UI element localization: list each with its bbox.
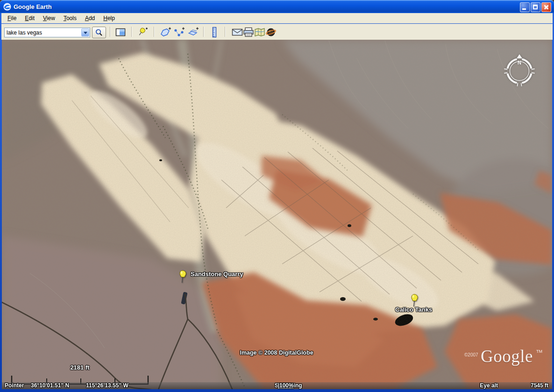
streaming-percent: 100% [279, 382, 294, 389]
placemark-label-sandstone-quarry[interactable]: Sandstone Quarry [191, 271, 243, 278]
maximize-icon [533, 5, 538, 9]
menu-file[interactable]: File [3, 14, 21, 23]
polygon-add-icon [159, 27, 171, 38]
menu-view-rest: iew [47, 15, 55, 21]
menu-edit[interactable]: Edit [21, 14, 39, 23]
imagery-attribution: Image © 2008 DigitalGlobe [206, 349, 347, 356]
tool-bar [1, 24, 553, 40]
google-watermark: ©2007 Google TM [459, 346, 552, 371]
menu-edit-rest: dit [28, 15, 35, 21]
menu-view[interactable]: View [39, 14, 59, 23]
add-image-overlay-button[interactable] [186, 26, 200, 38]
add-path-button[interactable] [172, 26, 186, 38]
menu-help-mnemonic: H [103, 15, 107, 21]
chevron-down-icon[interactable] [81, 29, 89, 36]
ruler-icon [211, 27, 218, 38]
pointer-label: Pointer [5, 382, 24, 389]
menu-tools[interactable]: Tools [59, 14, 81, 23]
compass-north-label: N [518, 60, 521, 65]
placemark-pin-sandstone-quarry[interactable] [178, 270, 187, 284]
add-placemark-button[interactable] [136, 26, 150, 38]
minimize-button[interactable] [520, 2, 530, 12]
streaming-status: Streaming |||||||||| 100% [275, 382, 279, 389]
pointer-latitude: 36°10'01.51" N [31, 382, 69, 389]
maximize-button[interactable] [531, 2, 540, 12]
satellite-imagery[interactable] [2, 40, 552, 389]
window-title: Google Earth [14, 3, 52, 10]
watermark-tm: TM [536, 349, 542, 354]
menu-help-rest: elp [107, 15, 115, 21]
compass-navigation[interactable]: N [502, 53, 537, 89]
google-earth-window: Google Earth File Edit View Tools Add He… [0, 0, 554, 392]
path-add-icon [173, 27, 185, 38]
map-viewport[interactable]: N Sandstone Quarry Calico Tanks 2181 ft [2, 40, 552, 389]
search-button[interactable] [92, 27, 106, 38]
title-bar[interactable]: Google Earth [0, 0, 554, 13]
toolbar-separator [131, 27, 132, 37]
search-input[interactable] [5, 29, 81, 36]
menu-bar: File Edit View Tools Add Help [1, 13, 553, 23]
watermark-copyright: ©2007 [464, 352, 478, 357]
menu-file-rest: ile [11, 15, 16, 21]
north-arrow-icon[interactable] [517, 54, 522, 58]
google-earth-icon [3, 3, 11, 11]
eye-alt-value: 7545 ft [531, 382, 548, 389]
google-logo: Google [481, 346, 533, 366]
switch-to-sky-button[interactable] [264, 26, 278, 38]
pointer-longitude: 115°26'13.55" W [86, 382, 128, 389]
minimize-icon [522, 8, 526, 10]
status-bar: Pointer 36°10'01.51" N 115°26'13.55" W S… [2, 382, 552, 389]
search-combobox[interactable] [4, 28, 90, 37]
toolbar-separator [154, 27, 155, 37]
measure-button[interactable] [207, 26, 221, 38]
pushpin-add-icon [137, 27, 149, 38]
menu-help[interactable]: Help [99, 14, 119, 23]
planet-icon [265, 27, 277, 37]
search-icon [95, 29, 103, 37]
placemark-label-calico-tanks[interactable]: Calico Tanks [395, 306, 432, 313]
toolbar-separator [203, 27, 204, 37]
add-polygon-button[interactable] [158, 26, 172, 38]
eye-alt-label: Eye alt [480, 382, 498, 389]
sidebar-icon [115, 28, 126, 36]
close-button[interactable] [541, 2, 551, 12]
image-overlay-add-icon [187, 27, 199, 38]
menu-add-rest: dd [89, 15, 95, 21]
toggle-sidebar-button[interactable] [114, 26, 128, 38]
toolbar-separator [225, 27, 226, 37]
menu-tools-rest: ools [66, 15, 77, 21]
menu-add[interactable]: Add [81, 14, 99, 23]
toolbar-separator [110, 27, 111, 37]
menu-view-mnemonic: V [43, 15, 47, 21]
menu-add-mnemonic: A [85, 15, 89, 21]
scale-label: 2181 ft [11, 364, 149, 371]
